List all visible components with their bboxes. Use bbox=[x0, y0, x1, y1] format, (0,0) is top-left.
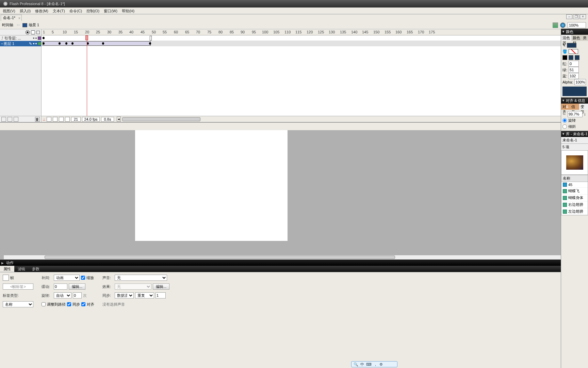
menu-commands[interactable]: 命令(C) bbox=[69, 9, 82, 13]
tab-properties[interactable]: 属性 bbox=[0, 266, 14, 272]
effect-edit-button[interactable]: 编辑... bbox=[153, 283, 169, 290]
zoom-select[interactable] bbox=[568, 22, 586, 28]
lib-item-lwing[interactable]: 左边翅膀 bbox=[561, 208, 588, 215]
snap-path-checkbox[interactable] bbox=[42, 302, 46, 306]
tab-mixer[interactable]: 混色器 bbox=[561, 35, 571, 41]
library-panel-title[interactable]: 库 - 未命名-1 bbox=[561, 131, 588, 137]
library-header-name[interactable]: 名称 bbox=[561, 175, 588, 182]
document-tab[interactable]: 命名-1* × bbox=[1, 15, 22, 21]
ime-lang[interactable]: 中 bbox=[360, 362, 364, 367]
menu-insert[interactable]: 插入(I) bbox=[20, 9, 31, 13]
blue-input[interactable] bbox=[569, 73, 579, 79]
edit-multi-icon[interactable] bbox=[59, 117, 64, 122]
frame-label-input[interactable] bbox=[3, 283, 33, 290]
onion-outlines-icon[interactable] bbox=[53, 117, 58, 122]
delete-layer-icon[interactable]: 🗑 bbox=[35, 117, 40, 122]
doc-close-button[interactable]: × bbox=[580, 14, 586, 19]
playhead[interactable] bbox=[87, 35, 87, 116]
onion-markers-icon[interactable] bbox=[65, 117, 70, 122]
library-doc-select[interactable]: 未命名-1 bbox=[561, 137, 588, 144]
skew-radio[interactable] bbox=[562, 124, 567, 129]
lib-item-45[interactable]: 45 bbox=[561, 182, 588, 188]
bw-icon[interactable] bbox=[562, 55, 567, 60]
rotate-select[interactable]: 自动 bbox=[54, 292, 71, 298]
menu-window[interactable]: 窗口(W) bbox=[104, 9, 117, 13]
fill-color-swatch[interactable] bbox=[569, 49, 578, 54]
layer-1[interactable]: ▫ 图层 1 ✎ bbox=[0, 41, 41, 46]
sound-select[interactable]: 无 bbox=[115, 275, 167, 281]
scene-icon[interactable] bbox=[22, 23, 27, 27]
red-input[interactable] bbox=[569, 61, 579, 67]
transform-body: ↔ ↕ 旋转 倾斜 bbox=[561, 110, 588, 131]
bucket-icon[interactable]: 🪣 bbox=[562, 49, 567, 54]
ime-settings-icon[interactable]: ⚙ bbox=[379, 362, 383, 367]
menu-modify[interactable]: 修改(M) bbox=[35, 9, 48, 13]
onion-skin-icon[interactable] bbox=[47, 117, 51, 122]
new-layer-icon[interactable] bbox=[1, 117, 6, 122]
frame-ruler[interactable]: 1 5 10 15 20 25 30 35 40 45 50 55 60 65 … bbox=[42, 29, 588, 35]
visibility-column-icon[interactable] bbox=[26, 30, 30, 34]
layer1-track[interactable] bbox=[42, 41, 588, 46]
close-tab-icon[interactable]: × bbox=[18, 15, 20, 21]
outline-column-icon[interactable] bbox=[36, 31, 40, 34]
sync-mode-select[interactable]: 数据流 bbox=[115, 292, 134, 298]
edit-scene-icon[interactable] bbox=[553, 22, 558, 28]
menu-text[interactable]: 文本(T) bbox=[53, 9, 65, 13]
new-folder-icon[interactable] bbox=[14, 117, 18, 122]
tab-filters[interactable]: 滤镜 bbox=[14, 266, 29, 272]
rotate-radio[interactable] bbox=[562, 118, 567, 123]
center-frame-icon[interactable]: ⟂ bbox=[43, 117, 45, 121]
lib-item-body[interactable]: 蝴蝶身体 bbox=[561, 195, 588, 201]
align-panel-title[interactable]: 对齐 & 信息 & bbox=[561, 97, 588, 104]
color-panel-title[interactable]: 颜色 bbox=[561, 29, 588, 35]
repeat-select[interactable]: 重复 bbox=[135, 292, 154, 298]
alpha-input[interactable] bbox=[574, 79, 586, 85]
pencil-icon[interactable]: ✎ bbox=[562, 43, 566, 48]
scene-name[interactable]: 场景 1 bbox=[29, 22, 39, 28]
noswap-icon[interactable] bbox=[569, 55, 573, 60]
menu-help[interactable]: 帮助(H) bbox=[122, 9, 134, 13]
doc-minimize-button[interactable]: – bbox=[566, 14, 572, 19]
tab-transform[interactable]: 变形 bbox=[579, 104, 588, 110]
actions-panel-title[interactable]: ▶ 动作 bbox=[0, 260, 588, 266]
scale-w-input[interactable] bbox=[568, 111, 583, 117]
menu-view[interactable]: 视图(V) bbox=[3, 9, 15, 13]
align-label: 对齐 bbox=[87, 302, 94, 307]
stage-area[interactable]: + bbox=[0, 130, 588, 260]
menu-control[interactable]: 控制(O) bbox=[86, 9, 99, 13]
green-input[interactable] bbox=[569, 67, 579, 73]
ime-keyboard-icon[interactable]: ⌨ bbox=[366, 362, 372, 367]
stage-h-scrollbar[interactable] bbox=[3, 255, 585, 260]
lib-item-rwing[interactable]: 右边翅膀 bbox=[561, 201, 588, 208]
ime-punct-icon[interactable]: ， bbox=[374, 362, 377, 367]
guide-track[interactable] bbox=[42, 35, 588, 41]
new-guide-icon[interactable] bbox=[7, 117, 12, 122]
frames-scrollbar[interactable] bbox=[122, 117, 200, 121]
frames-scroll-left-icon[interactable]: ◂ bbox=[117, 117, 121, 122]
lock-column-icon[interactable] bbox=[31, 30, 35, 34]
scale-checkbox[interactable] bbox=[81, 276, 85, 280]
tab-params[interactable]: 参数 bbox=[29, 266, 43, 272]
repeat-count-input[interactable] bbox=[156, 292, 166, 298]
ease-edit-button[interactable]: 编辑... bbox=[69, 283, 85, 290]
ime-search-icon[interactable]: 🔍 bbox=[354, 362, 358, 367]
stage-canvas[interactable] bbox=[135, 130, 288, 241]
ime-toolbar[interactable]: 🔍 中 ⌨ ， ⚙ bbox=[351, 361, 397, 367]
rotate-count-input[interactable] bbox=[73, 292, 82, 298]
label-type-select[interactable]: 名称 bbox=[3, 301, 33, 307]
tab-swatches[interactable]: 颜色样 bbox=[571, 35, 582, 41]
stroke-color-swatch[interactable] bbox=[567, 43, 576, 48]
ease-input[interactable] bbox=[54, 283, 67, 290]
align-checkbox[interactable] bbox=[81, 302, 85, 306]
layer-guide[interactable]: ⤴ 引导层: ... bbox=[0, 35, 41, 41]
sync-checkbox[interactable] bbox=[67, 302, 71, 306]
layer-guide-label: 引导层: ... bbox=[4, 36, 32, 41]
doc-restore-button[interactable]: ❐ bbox=[573, 14, 579, 19]
swap-icon[interactable] bbox=[575, 55, 579, 60]
lib-item-fly[interactable]: 蝴蝶飞 bbox=[561, 188, 588, 195]
tween-select[interactable]: 动画 bbox=[54, 275, 80, 281]
playhead-head[interactable] bbox=[85, 35, 88, 40]
tab-info[interactable]: 信息 bbox=[570, 104, 579, 110]
edit-symbol-icon[interactable] bbox=[560, 22, 566, 28]
frame-tracks[interactable] bbox=[42, 35, 588, 116]
